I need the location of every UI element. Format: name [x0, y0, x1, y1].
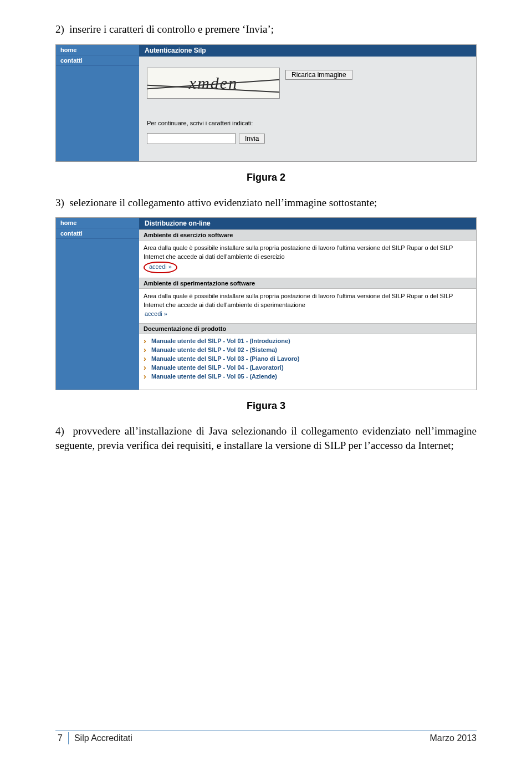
doc-list: Manuale utente del SILP - Vol 01 - (Intr…: [139, 334, 476, 386]
step3-text: 3) selezionare il collegamento attivo ev…: [55, 196, 477, 210]
section-sperimentazione-text: Area dalla quale è possibile installare …: [144, 293, 453, 308]
doc-link[interactable]: Manuale utente del SILP - Vol 05 - (Azie…: [144, 372, 472, 381]
accedi-link-esercizio[interactable]: accedi »: [144, 262, 177, 273]
sidebar-item-home[interactable]: home: [56, 218, 139, 228]
sidebar-fill: [56, 66, 139, 161]
captcha-image: xmden: [147, 68, 280, 99]
captcha-prompt: Per continuare, scrivi i caratteri indic…: [147, 120, 468, 126]
captcha-panel: xmden Ricarica immagine Per continuare, …: [139, 57, 476, 161]
figure3-caption: Figura 3: [55, 400, 477, 412]
dist-content: Ambiente di esercizio software Area dall…: [139, 229, 476, 390]
doc-link[interactable]: Manuale utente del SILP - Vol 01 - (Intr…: [144, 336, 472, 345]
footer-title: Silp Accreditati: [74, 733, 132, 743]
step4-text: 4) provvedere all’installazione di Java …: [55, 424, 477, 452]
doc-link[interactable]: Manuale utente del SILP - Vol 02 - (Sist…: [144, 345, 472, 354]
submit-button[interactable]: Invia: [239, 134, 265, 144]
footer-date: Marzo 2013: [430, 733, 477, 743]
section-sperimentazione-body: Area dalla quale è possibile installare …: [139, 289, 476, 323]
section-esercizio-body: Area dalla quale è possibile installare …: [139, 241, 476, 278]
captcha-input[interactable]: [147, 133, 236, 144]
section-esercizio-text: Area dalla quale è possibile installare …: [144, 244, 453, 260]
doc-link[interactable]: Manuale utente del SILP - Vol 03 - (Pian…: [144, 354, 472, 363]
doc-link[interactable]: Manuale utente del SILP - Vol 04 - (Lavo…: [144, 363, 472, 372]
page-number: 7: [55, 732, 69, 744]
sidebar: home contatti: [56, 218, 139, 390]
sidebar-item-contatti[interactable]: contatti: [56, 55, 139, 66]
reload-captcha-button[interactable]: Ricarica immagine: [285, 70, 352, 80]
sidebar: home contatti: [56, 45, 139, 161]
accedi-link-sperimentazione[interactable]: accedi »: [144, 310, 168, 319]
step2-text: 2) inserire i caratteri di controllo e p…: [55, 22, 477, 37]
sidebar-fill: [56, 239, 139, 390]
screenshot-autenticazione: home contatti Autenticazione Silp xmden …: [55, 44, 477, 162]
section-doc-title: Documentazione di prodotto: [139, 323, 476, 334]
section-esercizio-title: Ambiente di esercizio software: [139, 229, 476, 241]
section-sperimentazione-title: Ambiente di sperimentazione software: [139, 278, 476, 289]
screenshot-distribuzione: home contatti Distribuzione on-line Ambi…: [55, 217, 477, 390]
page-header: Autenticazione Silp: [139, 45, 476, 57]
page-footer: 7 Silp Accreditati Marzo 2013: [55, 731, 477, 744]
figure2-caption: Figura 2: [55, 172, 477, 183]
sidebar-item-home[interactable]: home: [56, 45, 139, 55]
sidebar-item-contatti[interactable]: contatti: [56, 228, 139, 239]
page-header: Distribuzione on-line: [139, 218, 476, 229]
